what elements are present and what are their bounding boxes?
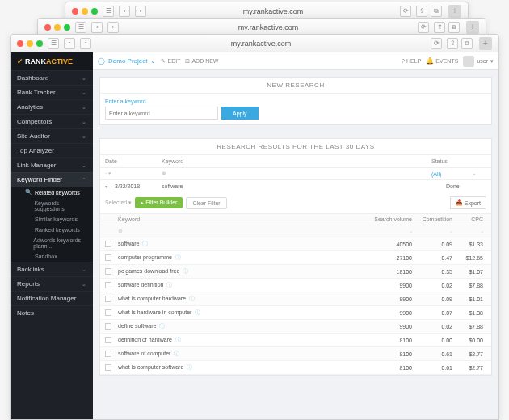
sidebar-item-dashboard[interactable]: Dashboard⌄: [11, 70, 93, 85]
subnav-similar-keywords[interactable]: Similar keywords: [11, 214, 93, 225]
row-checkbox[interactable]: [105, 323, 111, 330]
sidebar-item-link-manager[interactable]: Link Manager⌄: [11, 158, 93, 172]
col-cpc[interactable]: CPC: [456, 216, 486, 222]
row-checkbox[interactable]: [105, 254, 111, 261]
info-icon[interactable]: ⓘ: [189, 296, 195, 301]
sidebar-item-notification-manager[interactable]: Notification Manager: [11, 291, 93, 305]
reload-icon[interactable]: ⟳: [418, 22, 429, 33]
keyword-row[interactable]: what is computer hardwareⓘ99000.09$1.01: [100, 292, 491, 306]
col-keyword[interactable]: Keyword: [162, 158, 431, 164]
sidebar-toggle-icon[interactable]: ☰: [103, 6, 114, 17]
row-checkbox[interactable]: [105, 268, 111, 275]
row-checkbox[interactable]: [105, 337, 111, 343]
sidebar-item-keyword-finder[interactable]: Keyword Finder⌃: [11, 172, 93, 187]
sidebar-item-top-analyzer[interactable]: Top Analyzer: [11, 143, 93, 158]
col-date[interactable]: Date: [105, 158, 162, 164]
keyword-row[interactable]: computer programmeⓘ271000.47$12.65: [100, 251, 491, 265]
sidebar-toggle-icon[interactable]: ☰: [48, 38, 59, 49]
keyword-row[interactable]: softwareⓘ405000.09$1.33: [100, 237, 491, 251]
tabs-icon[interactable]: ⧉: [448, 22, 460, 33]
info-icon[interactable]: ⓘ: [159, 323, 165, 329]
minimize-window-icon[interactable]: [27, 40, 33, 47]
chevron-down-icon[interactable]: ⌄: [472, 170, 486, 177]
url-bar[interactable]: my.rankactive.com: [151, 7, 395, 15]
tabs-icon[interactable]: ⧉: [431, 6, 442, 17]
back-icon[interactable]: ‹: [91, 22, 103, 33]
keyword-row[interactable]: software definitionⓘ99000.02$7.88: [100, 279, 491, 292]
row-checkbox[interactable]: [105, 296, 111, 302]
share-icon[interactable]: ⇪: [434, 22, 445, 33]
info-icon[interactable]: ⓘ: [142, 241, 148, 246]
clear-filter-button[interactable]: Clear Filter: [186, 197, 226, 209]
new-tab-button[interactable]: +: [479, 37, 492, 50]
status-filter[interactable]: (All): [431, 171, 472, 177]
keyword-row[interactable]: what is hardware in computerⓘ99000.07$1.…: [100, 306, 491, 320]
sidebar-item-backlinks[interactable]: Backlinks⌄: [11, 262, 93, 276]
filter-icon[interactable]: ▫: [370, 229, 415, 234]
subnav-adwords-keywords-plann-[interactable]: Adwords keywords plann...: [11, 235, 93, 251]
apply-button[interactable]: Apply: [221, 107, 259, 120]
url-bar[interactable]: my.rankactive.com: [124, 23, 413, 32]
col-competition[interactable]: Competition: [415, 216, 456, 222]
sidebar-item-competitors[interactable]: Competitors⌄: [11, 114, 93, 128]
col-status[interactable]: Status: [431, 158, 472, 164]
share-icon[interactable]: ⇪: [447, 38, 458, 49]
subnav-keywords-suggestions[interactable]: Keywords suggestions: [11, 198, 93, 214]
keyword-row[interactable]: pc games download freeⓘ181000.35$1.07: [100, 265, 491, 279]
filter-icon[interactable]: ▫: [456, 229, 486, 234]
sidebar-item-site-auditor[interactable]: Site Auditor⌄: [11, 128, 93, 143]
info-icon[interactable]: ⓘ: [183, 268, 188, 274]
forward-icon[interactable]: ›: [80, 38, 91, 49]
keyword-row[interactable]: define softwareⓘ99000.02$7.88: [100, 320, 491, 334]
url-bar[interactable]: my.rankactive.com: [96, 40, 426, 48]
research-row[interactable]: ▾ 3/22/2018 software Done: [100, 180, 491, 192]
row-checkbox[interactable]: [105, 309, 111, 316]
selected-dropdown[interactable]: Selected ▾: [105, 200, 132, 206]
filter-icon[interactable]: ▫: [415, 229, 456, 234]
back-icon[interactable]: ‹: [119, 6, 130, 17]
info-icon[interactable]: ⓘ: [166, 282, 172, 288]
maximize-window-icon[interactable]: [36, 40, 43, 47]
project-selector[interactable]: ◯Demo Project⌄: [98, 57, 156, 65]
keyword-filter[interactable]: ⊕: [162, 170, 431, 177]
close-window-icon[interactable]: [17, 40, 23, 47]
filter-icon[interactable]: ⊕: [118, 228, 370, 234]
sidebar-item-rank-tracker[interactable]: Rank Tracker⌄: [11, 85, 93, 99]
reload-icon[interactable]: ⟳: [400, 6, 411, 17]
sidebar-item-analytics[interactable]: Analytics⌄: [11, 99, 93, 114]
new-tab-button[interactable]: +: [466, 21, 479, 34]
keyword-row[interactable]: definition of hardwareⓘ81000.00$0.00: [100, 334, 491, 347]
filter-builder-button[interactable]: ▸ Filter Builder: [135, 197, 183, 208]
forward-icon[interactable]: ›: [135, 6, 146, 17]
info-icon[interactable]: ⓘ: [174, 351, 179, 356]
row-checkbox[interactable]: [105, 282, 111, 288]
keyword-row[interactable]: what is computer softwareⓘ81000.61$2.77: [100, 361, 491, 375]
subnav-related-keywords[interactable]: 🔍Related keywords: [11, 187, 93, 198]
user-menu[interactable]: user▾: [463, 56, 494, 67]
help-button[interactable]: ?HELP: [402, 57, 422, 65]
info-icon[interactable]: ⓘ: [187, 364, 192, 370]
sidebar-item-notes[interactable]: Notes: [11, 305, 93, 320]
subnav-ranked-keywords[interactable]: Ranked keywords: [11, 225, 93, 235]
col-search-volume[interactable]: Search volume: [370, 216, 415, 222]
row-checkbox[interactable]: [105, 364, 111, 371]
subnav-sandbox[interactable]: Sandbox: [11, 251, 93, 262]
info-icon[interactable]: ⓘ: [175, 337, 181, 342]
forward-icon[interactable]: ›: [107, 22, 119, 33]
sidebar-item-reports[interactable]: Reports⌄: [11, 276, 93, 291]
date-filter[interactable]: ▫ ▾: [105, 170, 162, 177]
new-tab-button[interactable]: +: [448, 5, 461, 18]
info-icon[interactable]: ⓘ: [175, 254, 181, 260]
expand-icon[interactable]: ▾: [105, 183, 115, 189]
events-button[interactable]: 🔔EVENTS: [426, 57, 458, 65]
row-checkbox[interactable]: [105, 241, 111, 247]
info-icon[interactable]: ⓘ: [195, 309, 200, 315]
back-icon[interactable]: ‹: [64, 38, 75, 49]
export-button[interactable]: 📤Export: [450, 196, 486, 209]
col-keyword[interactable]: Keyword: [118, 216, 370, 222]
keyword-input[interactable]: [105, 107, 218, 120]
sidebar-toggle-icon[interactable]: ☰: [75, 22, 86, 33]
edit-button[interactable]: ✎EDIT: [161, 58, 180, 65]
add-new-button[interactable]: ⊞ADD NEW: [185, 58, 218, 65]
row-checkbox[interactable]: [105, 351, 111, 357]
